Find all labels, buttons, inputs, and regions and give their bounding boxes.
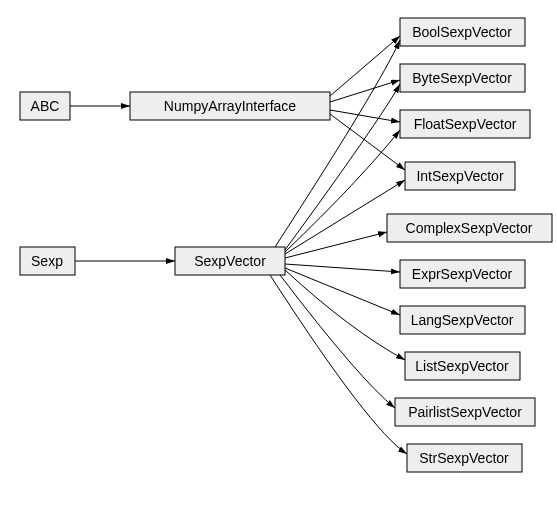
label-sexpvector: SexpVector — [194, 253, 266, 269]
node-abc: ABC — [20, 92, 70, 120]
edge-sv-expr — [285, 264, 400, 272]
label-sexp: Sexp — [31, 253, 63, 269]
label-byte: ByteSexpVector — [412, 70, 512, 86]
node-float: FloatSexpVector — [400, 110, 530, 138]
label-int: IntSexpVector — [416, 168, 504, 184]
node-int: IntSexpVector — [405, 162, 515, 190]
label-bool: BoolSexpVector — [412, 24, 512, 40]
edge-numpy-byte — [330, 80, 400, 102]
label-pairlist: PairlistSexpVector — [408, 404, 522, 420]
edge-sv-bool — [275, 40, 400, 247]
label-str: StrSexpVector — [419, 450, 509, 466]
node-list: ListSexpVector — [405, 352, 520, 380]
label-lang: LangSexpVector — [411, 312, 514, 328]
node-byte: ByteSexpVector — [400, 64, 525, 92]
node-sexpvector: SexpVector — [175, 247, 285, 275]
edge-numpy-float — [330, 110, 400, 122]
label-expr: ExprSexpVector — [412, 266, 513, 282]
node-numpy: NumpyArrayInterface — [130, 92, 330, 120]
edge-numpy-bool — [330, 36, 400, 96]
edge-sv-pairlist — [280, 275, 395, 408]
node-sexp: Sexp — [20, 247, 75, 275]
label-list: ListSexpVector — [415, 358, 509, 374]
node-str: StrSexpVector — [407, 444, 522, 472]
label-abc: ABC — [31, 98, 60, 114]
edge-sv-lang — [285, 268, 400, 315]
label-complex: ComplexSexpVector — [406, 220, 533, 236]
edge-sv-str — [270, 275, 407, 454]
node-lang: LangSexpVector — [400, 306, 525, 334]
edge-sv-list — [285, 270, 405, 360]
edge-sv-float — [285, 130, 400, 252]
node-pairlist: PairlistSexpVector — [395, 398, 535, 426]
label-float: FloatSexpVector — [414, 116, 517, 132]
class-hierarchy-diagram: ABC NumpyArrayInterface Sexp SexpVector … — [10, 10, 557, 507]
node-complex: ComplexSexpVector — [387, 214, 552, 242]
node-expr: ExprSexpVector — [400, 260, 525, 288]
node-bool: BoolSexpVector — [400, 18, 525, 46]
label-numpy: NumpyArrayInterface — [164, 98, 296, 114]
